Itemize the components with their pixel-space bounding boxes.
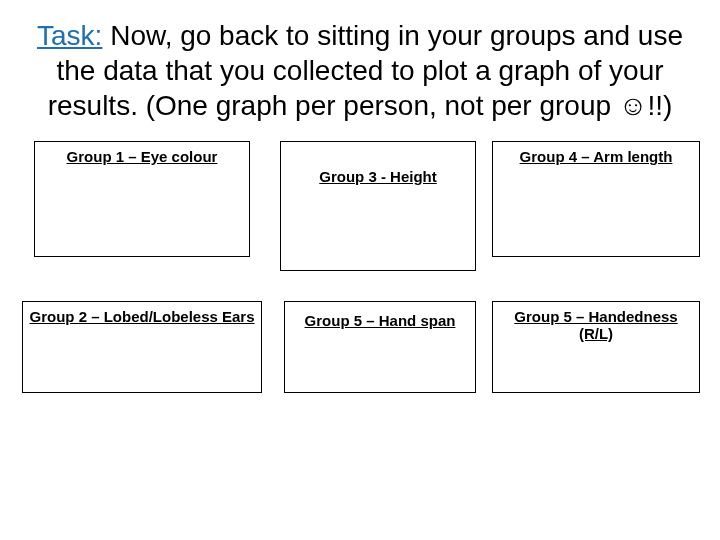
slide: Task: Now, go back to sitting in your gr… (0, 0, 720, 540)
box-label: Group 1 – Eye colour (41, 148, 243, 165)
box-label: Group 2 – Lobed/Lobeless Ears (29, 308, 255, 325)
box-label: Group 5 – Handedness (R/L) (499, 308, 693, 342)
box-group-1-eye-colour: Group 1 – Eye colour (34, 141, 250, 257)
box-label: Group 3 - Height (287, 168, 469, 185)
box-label: Group 4 – Arm length (499, 148, 693, 165)
box-group-3-height: Group 3 - Height (280, 141, 476, 271)
task-label: Task: (37, 20, 102, 51)
boxes-area: Group 1 – Eye colour Group 3 - Height Gr… (20, 141, 700, 461)
task-heading: Task: Now, go back to sitting in your gr… (28, 18, 692, 123)
box-group-5-handedness: Group 5 – Handedness (R/L) (492, 301, 700, 393)
box-group-4-arm-length: Group 4 – Arm length (492, 141, 700, 257)
task-text: Now, go back to sitting in your groups a… (48, 20, 683, 121)
box-label: Group 5 – Hand span (291, 312, 469, 329)
box-group-2-lobed-ears: Group 2 – Lobed/Lobeless Ears (22, 301, 262, 393)
box-group-5-hand-span: Group 5 – Hand span (284, 301, 476, 393)
